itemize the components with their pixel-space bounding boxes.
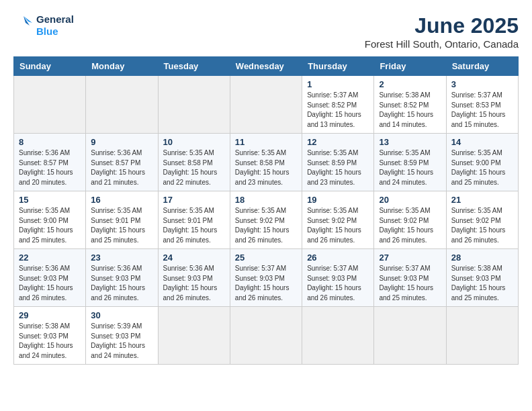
day-info: Sunrise: 5:35 AMSunset: 9:01 PMDaylight:…: [163, 206, 225, 245]
calendar-cell: 18Sunrise: 5:35 AMSunset: 9:02 PMDayligh…: [230, 191, 302, 249]
day-number: 28: [451, 253, 513, 263]
page-header: General Blue June 2025 Forest Hill South…: [13, 13, 519, 50]
logo-text: General Blue: [36, 13, 74, 38]
day-info: Sunrise: 5:38 AMSunset: 9:03 PMDaylight:…: [451, 264, 513, 303]
day-number: 1: [307, 79, 369, 89]
logo-container: General Blue: [13, 13, 74, 38]
calendar-cell: 15Sunrise: 5:35 AMSunset: 9:00 PMDayligh…: [14, 191, 86, 249]
calendar-cell: 24Sunrise: 5:36 AMSunset: 9:03 PMDayligh…: [158, 249, 230, 307]
weekday-header: Friday: [374, 57, 446, 76]
calendar-cell: 1Sunrise: 5:37 AMSunset: 8:52 PMDaylight…: [302, 76, 374, 134]
day-info: Sunrise: 5:37 AMSunset: 9:03 PMDaylight:…: [379, 264, 441, 303]
day-number: 13: [379, 137, 441, 147]
day-number: 15: [19, 195, 81, 205]
day-info: Sunrise: 5:35 AMSunset: 8:58 PMDaylight:…: [163, 148, 225, 187]
calendar-cell: 2Sunrise: 5:38 AMSunset: 8:52 PMDaylight…: [374, 76, 446, 134]
calendar-header-row: SundayMondayTuesdayWednesdayThursdayFrid…: [14, 57, 519, 76]
day-number: 11: [235, 137, 297, 147]
calendar-cell: 3Sunrise: 5:37 AMSunset: 8:53 PMDaylight…: [446, 76, 518, 134]
calendar-cell: [230, 76, 302, 134]
day-info: Sunrise: 5:36 AMSunset: 8:57 PMDaylight:…: [91, 148, 152, 187]
day-info: Sunrise: 5:35 AMSunset: 9:00 PMDaylight:…: [19, 206, 81, 245]
day-info: Sunrise: 5:35 AMSunset: 9:02 PMDaylight:…: [379, 206, 441, 245]
calendar-cell: 29Sunrise: 5:38 AMSunset: 9:03 PMDayligh…: [14, 307, 86, 365]
day-number: 19: [307, 195, 369, 205]
calendar-cell: 17Sunrise: 5:35 AMSunset: 9:01 PMDayligh…: [158, 191, 230, 249]
calendar-table: SundayMondayTuesdayWednesdayThursdayFrid…: [13, 56, 519, 365]
calendar-cell: 26Sunrise: 5:37 AMSunset: 9:03 PMDayligh…: [302, 249, 374, 307]
calendar-week-row: 29Sunrise: 5:38 AMSunset: 9:03 PMDayligh…: [14, 307, 519, 365]
day-number: 26: [307, 253, 369, 263]
calendar-cell: 9Sunrise: 5:36 AMSunset: 8:57 PMDaylight…: [86, 134, 158, 191]
day-number: 29: [19, 310, 81, 320]
day-number: 12: [307, 137, 369, 147]
day-number: 22: [19, 253, 81, 263]
day-number: 9: [91, 137, 152, 147]
day-info: Sunrise: 5:35 AMSunset: 9:00 PMDaylight:…: [451, 148, 513, 187]
calendar-week-row: 15Sunrise: 5:35 AMSunset: 9:00 PMDayligh…: [14, 191, 519, 249]
day-info: Sunrise: 5:35 AMSunset: 8:59 PMDaylight:…: [379, 148, 441, 187]
weekday-header: Monday: [86, 57, 158, 76]
calendar-cell: 8Sunrise: 5:36 AMSunset: 8:57 PMDaylight…: [14, 134, 86, 191]
calendar-cell: [446, 307, 518, 365]
day-number: 3: [451, 79, 513, 89]
calendar-cell: 13Sunrise: 5:35 AMSunset: 8:59 PMDayligh…: [374, 134, 446, 191]
weekday-header: Tuesday: [158, 57, 230, 76]
calendar-cell: 12Sunrise: 5:35 AMSunset: 8:59 PMDayligh…: [302, 134, 374, 191]
day-number: 10: [163, 137, 225, 147]
day-number: 25: [235, 253, 297, 263]
day-number: 21: [451, 195, 513, 205]
calendar-cell: 22Sunrise: 5:36 AMSunset: 9:03 PMDayligh…: [14, 249, 86, 307]
day-info: Sunrise: 5:35 AMSunset: 9:02 PMDaylight:…: [451, 206, 513, 245]
day-number: 23: [91, 253, 152, 263]
calendar-cell: 25Sunrise: 5:37 AMSunset: 9:03 PMDayligh…: [230, 249, 302, 307]
day-info: Sunrise: 5:36 AMSunset: 9:03 PMDaylight:…: [19, 264, 81, 303]
calendar-cell: 16Sunrise: 5:35 AMSunset: 9:01 PMDayligh…: [86, 191, 158, 249]
day-info: Sunrise: 5:37 AMSunset: 9:03 PMDaylight:…: [307, 264, 369, 303]
day-info: Sunrise: 5:38 AMSunset: 9:03 PMDaylight:…: [19, 322, 81, 361]
day-info: Sunrise: 5:36 AMSunset: 9:03 PMDaylight:…: [163, 264, 225, 303]
day-number: 14: [451, 137, 513, 147]
day-info: Sunrise: 5:35 AMSunset: 8:59 PMDaylight:…: [307, 148, 369, 187]
calendar-cell: 19Sunrise: 5:35 AMSunset: 9:02 PMDayligh…: [302, 191, 374, 249]
calendar-cell: 11Sunrise: 5:35 AMSunset: 8:58 PMDayligh…: [230, 134, 302, 191]
calendar-cell: 28Sunrise: 5:38 AMSunset: 9:03 PMDayligh…: [446, 249, 518, 307]
month-title: June 2025: [365, 13, 519, 38]
calendar-cell: 20Sunrise: 5:35 AMSunset: 9:02 PMDayligh…: [374, 191, 446, 249]
calendar-cell: [374, 307, 446, 365]
calendar-cell: 23Sunrise: 5:36 AMSunset: 9:03 PMDayligh…: [86, 249, 158, 307]
day-number: 27: [379, 253, 441, 263]
day-number: 8: [19, 137, 81, 147]
day-number: 2: [379, 79, 441, 89]
day-info: Sunrise: 5:36 AMSunset: 9:03 PMDaylight:…: [91, 264, 152, 303]
day-info: Sunrise: 5:35 AMSunset: 9:02 PMDaylight:…: [307, 206, 369, 245]
calendar-cell: [14, 76, 86, 134]
calendar-cell: [158, 76, 230, 134]
calendar-cell: 21Sunrise: 5:35 AMSunset: 9:02 PMDayligh…: [446, 191, 518, 249]
weekday-header: Wednesday: [230, 57, 302, 76]
weekday-header: Saturday: [446, 57, 518, 76]
logo: General Blue: [13, 13, 74, 38]
day-number: 30: [91, 310, 152, 320]
logo-bird-icon: [13, 13, 34, 38]
location-title: Forest Hill South, Ontario, Canada: [365, 38, 519, 50]
day-info: Sunrise: 5:35 AMSunset: 9:01 PMDaylight:…: [91, 206, 152, 245]
calendar-week-row: 8Sunrise: 5:36 AMSunset: 8:57 PMDaylight…: [14, 134, 519, 191]
day-info: Sunrise: 5:38 AMSunset: 8:52 PMDaylight:…: [379, 91, 441, 130]
day-info: Sunrise: 5:37 AMSunset: 9:03 PMDaylight:…: [235, 264, 297, 303]
calendar-cell: 14Sunrise: 5:35 AMSunset: 9:00 PMDayligh…: [446, 134, 518, 191]
calendar-cell: 27Sunrise: 5:37 AMSunset: 9:03 PMDayligh…: [374, 249, 446, 307]
calendar-cell: 30Sunrise: 5:39 AMSunset: 9:03 PMDayligh…: [86, 307, 158, 365]
weekday-header: Sunday: [14, 57, 86, 76]
calendar-cell: [158, 307, 230, 365]
calendar-week-row: 1Sunrise: 5:37 AMSunset: 8:52 PMDaylight…: [14, 76, 519, 134]
day-number: 24: [163, 253, 225, 263]
weekday-header: Thursday: [302, 57, 374, 76]
day-number: 16: [91, 195, 152, 205]
day-info: Sunrise: 5:37 AMSunset: 8:52 PMDaylight:…: [307, 91, 369, 130]
day-info: Sunrise: 5:39 AMSunset: 9:03 PMDaylight:…: [91, 322, 152, 361]
calendar-cell: 10Sunrise: 5:35 AMSunset: 8:58 PMDayligh…: [158, 134, 230, 191]
day-number: 20: [379, 195, 441, 205]
day-info: Sunrise: 5:35 AMSunset: 8:58 PMDaylight:…: [235, 148, 297, 187]
day-info: Sunrise: 5:35 AMSunset: 9:02 PMDaylight:…: [235, 206, 297, 245]
